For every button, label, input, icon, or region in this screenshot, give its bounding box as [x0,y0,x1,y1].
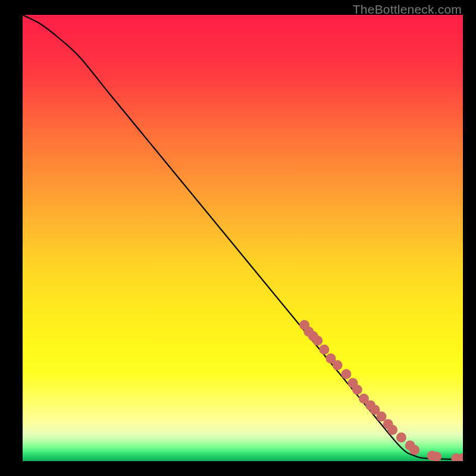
data-marker [341,369,351,379]
plot-area [23,15,463,461]
data-marker [377,412,387,422]
data-marker [333,360,343,370]
data-marker [312,336,322,346]
data-marker [319,345,329,355]
data-marker [352,385,362,395]
marker-group [299,320,463,461]
data-marker [396,433,406,443]
data-marker [387,425,397,435]
data-marker [409,445,419,455]
chart-stage: TheBottleneck.com [0,0,476,476]
bottleneck-curve [23,15,463,459]
chart-overlay [23,15,463,461]
